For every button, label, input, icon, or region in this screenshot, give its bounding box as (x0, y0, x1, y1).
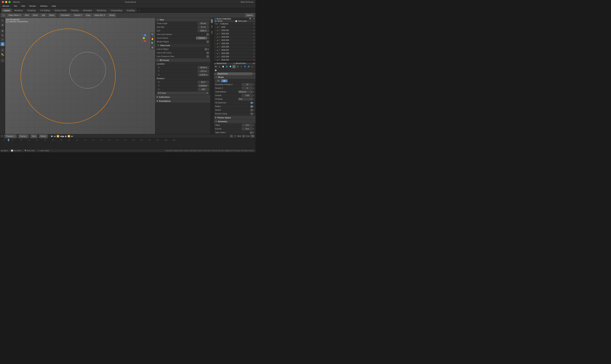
menu-help[interactable]: Help (51, 5, 57, 7)
twist-method-dropdown[interactable]: Minimum (238, 91, 253, 93)
visibility-icon[interactable]: 👁 (253, 56, 255, 58)
particles-props-icon[interactable]: ✦ (240, 65, 243, 68)
annotate-tool-button[interactable]: ✏ (0, 48, 5, 52)
skip-start-button[interactable]: ⏮ (54, 135, 56, 138)
current-frame-field[interactable]: 1 (230, 135, 233, 138)
material-props-icon[interactable]: ⬤ (214, 69, 217, 72)
add-tool-button[interactable]: + (0, 59, 5, 63)
render-region-checkbox[interactable] (207, 41, 209, 43)
select-tool-button[interactable]: ↖ (0, 19, 5, 23)
2d-3d-toggle[interactable]: 2D 3D (215, 79, 227, 82)
zoom-icon[interactable]: 🔍 (150, 41, 154, 45)
driver-dot[interactable]: ● (253, 84, 254, 85)
tab-texture-paint[interactable]: Texture Paint (52, 8, 68, 13)
hand-icon[interactable]: ✋ (150, 37, 154, 41)
next-frame-button[interactable]: ⏩ (67, 135, 70, 138)
lock-to-object-checkbox[interactable] (205, 48, 207, 50)
geometry-section-header[interactable]: ▼ Geometry (214, 120, 255, 123)
tab-scripting[interactable]: Scripting (124, 8, 137, 13)
collection-item-2632-004[interactable]: ▲ ▽ 2632.004 👁 (214, 39, 255, 42)
object-name-field[interactable]: BezierCircle (217, 72, 252, 75)
frame-start-label[interactable]: ⏱ (234, 135, 236, 137)
outliner-type-icon[interactable]: ☰ (214, 18, 216, 20)
orientation-selector[interactable]: Default (72, 13, 84, 17)
tab-layout[interactable]: Layout (1, 8, 12, 13)
visibility-icon[interactable]: 👁 (253, 52, 255, 54)
driver-dot[interactable]: ● (253, 102, 254, 104)
collection-item-root[interactable]: ▼ ● ▽ Collection 👁 (214, 22, 255, 26)
scene-props-icon[interactable]: 🌐 (225, 65, 228, 68)
view-layer-props-icon[interactable]: 📋 (221, 65, 225, 68)
collection-item-2632-008[interactable]: ▲ ▽ 2632.008 👁 (214, 52, 255, 55)
view-menu-timeline[interactable]: View (30, 134, 37, 138)
bezier-data-name[interactable]: BezierCircle (236, 62, 252, 64)
collection-item-2632-003[interactable]: ▲ ▽ 2632.003 👁 (214, 35, 255, 39)
driver-dot[interactable]: ● (253, 95, 254, 96)
mode-select-button[interactable]: Object Mode (7, 13, 22, 17)
visibility-icon[interactable]: 👁 (253, 39, 255, 41)
minimize-button[interactable] (5, 1, 7, 3)
collection-item-2632-010[interactable]: ▲ ▽ 2632.010 👁 (214, 58, 255, 62)
cursor-tool-button[interactable]: ⊕ (0, 23, 5, 27)
tab-sculpting[interactable]: Sculpting (25, 8, 38, 13)
output-props-icon[interactable]: 🖨 (218, 65, 221, 68)
visibility-icon[interactable]: 👁 (253, 23, 255, 25)
options-button[interactable]: Options (245, 13, 254, 17)
playback-menu[interactable]: Playback (4, 134, 17, 138)
lock-camera-to-view-checkbox[interactable] (207, 55, 209, 58)
lock-to-object-icon[interactable]: ⊕ (207, 48, 209, 50)
driver-dot[interactable]: ● (253, 128, 254, 130)
collection-item-2632[interactable]: ▲ ▽ 2632 👁 (214, 26, 255, 29)
prev-keyframe-button[interactable]: ◀ (60, 135, 62, 138)
record-button[interactable]: ⏺ (51, 135, 53, 138)
physics-props-icon[interactable]: 🔵 (243, 65, 247, 68)
view-menu[interactable]: View (23, 13, 30, 17)
pivot-selector[interactable]: Global (107, 13, 116, 17)
keying-menu[interactable]: Keying (18, 134, 29, 138)
measure-tool-button[interactable]: 📏 (0, 52, 5, 56)
stretch-checkbox[interactable] (251, 109, 253, 111)
select-menu[interactable]: Select (31, 13, 40, 17)
cursor-section-header[interactable]: ▼ 3D Cursor (155, 58, 210, 62)
settings-icon[interactable]: ⚙ (253, 18, 255, 20)
menu-window[interactable]: Window (39, 5, 49, 7)
radius-checkbox[interactable]: ✓ (251, 105, 253, 108)
collection-item-2632-009[interactable]: ▲ ▽ 2632.009 👁 (214, 55, 255, 58)
object-menu[interactable]: Object (47, 13, 56, 17)
camera-select-icon[interactable]: ✕ (207, 37, 209, 39)
visibility-icon[interactable]: 👁 (253, 46, 255, 48)
play-button[interactable]: ▶ (62, 135, 65, 138)
next-keyframe-button[interactable]: ▶ (65, 135, 67, 138)
item-tab[interactable]: Item (211, 19, 213, 23)
viewlayer-name[interactable]: View Layer (238, 20, 255, 22)
object-props-icon[interactable]: ▲ (232, 65, 236, 68)
taper-object-field[interactable] (250, 131, 252, 134)
scale-tool-button[interactable]: ⤢ (0, 38, 5, 42)
tool-tab[interactable]: Tool (211, 25, 213, 29)
perspective-toggle[interactable]: ⊞ (150, 46, 154, 50)
taper-object-icon[interactable]: ⊕ (252, 132, 254, 133)
annotations-section-header[interactable]: ▶ Annotations (155, 99, 210, 103)
visibility-icon[interactable]: 👁 (253, 29, 255, 31)
visibility-icon[interactable]: 👁 (253, 43, 255, 44)
viewport[interactable]: User Perspective (1) Collection | Bezier… (5, 18, 155, 134)
tab-shading[interactable]: Shading (69, 8, 80, 13)
bezier-object-name[interactable]: BezierCircle (217, 62, 233, 64)
use-local-camera-checkbox[interactable] (207, 33, 209, 36)
view-section-header[interactable]: ▼ View (155, 18, 210, 22)
menu-edit[interactable]: Edit (20, 5, 26, 7)
collection-item-2632-006[interactable]: ▲ ▽ 2632.006 👁 (214, 45, 255, 49)
editor-type-button[interactable]: ⬡ (1, 13, 6, 17)
menu-blender[interactable]: Blender (1, 5, 11, 7)
close-button[interactable] (2, 1, 4, 3)
drag-selector[interactable]: Select Box (93, 13, 107, 17)
object-data-props-icon[interactable]: ◎ (251, 65, 254, 68)
tab-animation[interactable]: Animation (81, 8, 94, 13)
texture-space-header[interactable]: ▶ Texture Space (214, 116, 255, 120)
modifier-props-icon[interactable]: 🔧 (236, 65, 239, 68)
render-props-icon[interactable]: 📷 (214, 65, 217, 68)
visibility-icon[interactable]: 👁 (253, 36, 255, 38)
fill-mode-dropdown[interactable]: Full (238, 98, 253, 101)
collection-item-2632-002[interactable]: ▲ ▽ 2632.002 👁 (214, 32, 255, 35)
collection-item-2632-001[interactable]: ▲ ▽ 2632.001 👁 (214, 29, 255, 32)
